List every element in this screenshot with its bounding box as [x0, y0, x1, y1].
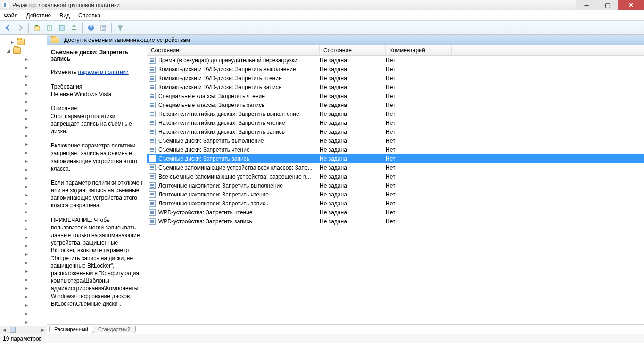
- list-row[interactable]: Время (в секундах) до принудительной пер…: [147, 56, 644, 65]
- tree-item[interactable]: ▸: [0, 173, 47, 182]
- menubar: Файл Действие Вид Справка: [0, 10, 644, 21]
- policy-icon: [149, 120, 156, 126]
- menu-file[interactable]: Файл: [4, 12, 18, 19]
- policy-name: Все съемные запоминающие устройства: раз…: [158, 173, 311, 180]
- column-header-state[interactable]: Состояние: [320, 45, 386, 55]
- maximize-button[interactable]: ▢: [597, 0, 618, 10]
- list-row[interactable]: Съемные запоминающие устройства всех кла…: [147, 163, 644, 172]
- list-row[interactable]: Съемные диски: Запретить записьНе задана…: [147, 154, 644, 163]
- menu-action[interactable]: Действие: [26, 12, 51, 19]
- list-row[interactable]: Ленточные накопители: Запретить чтениеНе…: [147, 190, 644, 199]
- list-row[interactable]: Ленточные накопители: Запретить выполнен…: [147, 181, 644, 190]
- tree-item[interactable]: ▸: [0, 250, 47, 258]
- tree-item[interactable]: ▸: [0, 97, 47, 106]
- policy-name: Ленточные накопители: Запретить запись: [158, 200, 268, 207]
- tree-item[interactable]: ▸: [0, 275, 47, 284]
- tree-item[interactable]: ▸: [0, 216, 47, 224]
- tree-scrollbar[interactable]: ◂▸: [0, 326, 47, 334]
- tree-item[interactable]: ▸: [0, 38, 47, 46]
- tree-item[interactable]: ▸: [0, 190, 47, 199]
- column-header-setting[interactable]: Состояние: [147, 45, 320, 55]
- tree-item[interactable]: ▸: [0, 156, 47, 165]
- policy-title: Съемные диски: Запретить запись: [51, 49, 143, 62]
- tree-item[interactable]: ▸: [0, 89, 47, 97]
- minimize-button[interactable]: ─: [576, 0, 597, 10]
- tree-item[interactable]: ▸: [0, 182, 47, 190]
- policy-icon: [149, 173, 156, 180]
- list-row[interactable]: Все съемные запоминающие устройства: раз…: [147, 172, 644, 181]
- policy-comment: Нет: [386, 173, 452, 180]
- export-button[interactable]: [69, 23, 79, 33]
- tree-item[interactable]: ▸: [0, 267, 47, 275]
- list-row[interactable]: Компакт-диски и DVD-диски: Запретить зап…: [147, 82, 644, 91]
- tree-item[interactable]: ▸: [0, 284, 47, 292]
- menu-help[interactable]: Справка: [78, 12, 100, 19]
- policy-state: Не задана: [320, 102, 386, 108]
- list-row[interactable]: Специальные классы: Запретить чтениеНе з…: [147, 91, 644, 100]
- filter-list-button[interactable]: [98, 23, 108, 33]
- tree-item[interactable]: ▸: [0, 301, 47, 309]
- back-button[interactable]: [3, 23, 13, 33]
- help-button[interactable]: ?: [86, 23, 96, 33]
- tab-standard[interactable]: Стандартный: [93, 326, 136, 333]
- tree-item[interactable]: ▸: [0, 114, 47, 122]
- policy-icon: [149, 191, 156, 198]
- list-header[interactable]: Состояние Состояние Комментарий: [147, 45, 644, 56]
- list-row[interactable]: Компакт-диски и DVD-диски: Запретить чте…: [147, 74, 644, 82]
- column-header-comment[interactable]: Комментарий: [386, 45, 452, 55]
- list-row[interactable]: Накопители на гибких дисках: Запретить з…: [147, 127, 644, 136]
- policy-icon: [149, 209, 156, 216]
- list-row[interactable]: WPD-устройства: Запретить чтениеНе задан…: [147, 208, 644, 217]
- tree-item[interactable]: ◢: [0, 46, 47, 55]
- tree-item[interactable]: ▸: [0, 224, 47, 233]
- policy-icon: [149, 66, 156, 73]
- menu-view[interactable]: Вид: [59, 12, 70, 19]
- policy-name: Специальные классы: Запретить запись: [158, 102, 264, 108]
- requirements-label: Требования:: [51, 83, 143, 90]
- tree-item[interactable]: ▸: [0, 165, 47, 173]
- list-row[interactable]: WPD-устройства: Запретить записьНе задан…: [147, 217, 644, 226]
- properties-button[interactable]: [44, 23, 55, 33]
- list-row[interactable]: Накопители на гибких дисках: Запретить в…: [147, 109, 644, 118]
- tree-item[interactable]: ▸: [0, 233, 47, 241]
- list-row[interactable]: Ленточные накопители: Запретить записьНе…: [147, 199, 644, 208]
- list-row[interactable]: Накопители на гибких дисках: Запретить ч…: [147, 118, 644, 127]
- edit-policy-link[interactable]: параметр политики: [78, 69, 128, 75]
- policy-state: Не задана: [320, 129, 386, 135]
- tree-item[interactable]: ▸: [0, 241, 47, 250]
- policy-comment: Нет: [386, 111, 452, 117]
- refresh-button[interactable]: [57, 23, 67, 33]
- tree-item[interactable]: ▸: [0, 106, 47, 114]
- tree-item[interactable]: ▸: [0, 63, 47, 72]
- filter-button[interactable]: [115, 23, 125, 33]
- list-row[interactable]: Съемные диски: Запретить чтениеНе задана…: [147, 145, 644, 154]
- policy-comment: Нет: [386, 218, 452, 225]
- tree-item[interactable]: ▸: [0, 80, 47, 89]
- tree-pane[interactable]: ▸ ◢ ▸ ▸ ▸ ▸ ▸ ▸ ▸ ▸ ▸ ▸ ▸ ▸ ▸ ▸ ▸ ▸ ▸ ▸ …: [0, 35, 47, 334]
- tab-extended[interactable]: Расширенный: [49, 326, 93, 333]
- tree-item[interactable]: ▸: [0, 207, 47, 216]
- policy-icon: [149, 75, 156, 82]
- tree-item[interactable]: ▸: [0, 318, 47, 326]
- toolbar-separator: [28, 23, 29, 33]
- tree-item[interactable]: ▸: [0, 309, 47, 318]
- tree-item[interactable]: ▸: [0, 258, 47, 267]
- list-row[interactable]: Компакт-диски и DVD-диски: Запретить вып…: [147, 65, 644, 74]
- tree-item[interactable]: ▸: [0, 122, 47, 131]
- up-button[interactable]: [32, 23, 42, 33]
- forward-button[interactable]: [15, 23, 25, 33]
- tree-item[interactable]: ▸: [0, 72, 47, 80]
- tree-item[interactable]: ▸: [0, 131, 47, 139]
- list-row[interactable]: Съемные диски: Запретить выполнениеНе за…: [147, 136, 644, 145]
- tree-item[interactable]: ▸: [0, 139, 47, 148]
- toolbar-separator: [82, 23, 83, 33]
- tree-item[interactable]: ▸: [0, 148, 47, 156]
- list-row[interactable]: Специальные классы: Запретить записьНе з…: [147, 100, 644, 109]
- policy-comment: Нет: [386, 147, 452, 153]
- tree-item[interactable]: ▸: [0, 55, 47, 63]
- close-button[interactable]: ✕: [618, 0, 644, 10]
- policy-state: Не задана: [320, 93, 386, 99]
- tree-item[interactable]: ▸: [0, 199, 47, 207]
- tree-item[interactable]: ▸: [0, 292, 47, 301]
- policy-comment: Нет: [386, 182, 452, 189]
